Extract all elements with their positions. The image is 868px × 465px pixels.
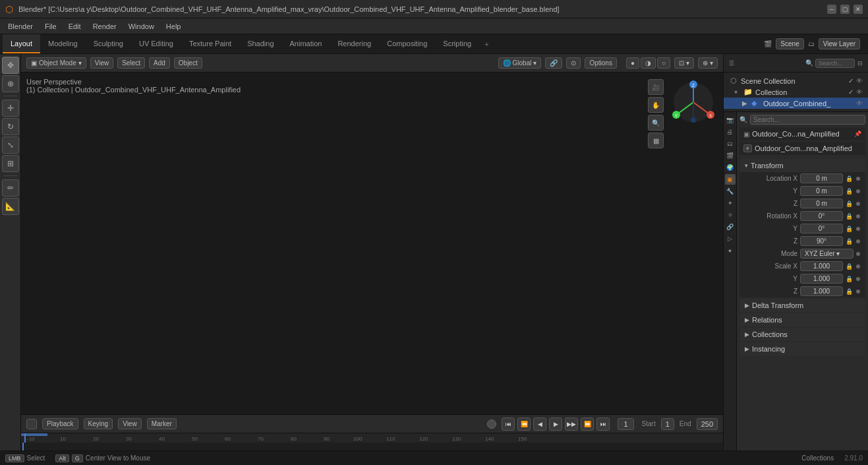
scene-collection-eye-icon[interactable]: 👁	[856, 77, 863, 84]
constraints-props-icon[interactable]: 🔗	[725, 222, 736, 232]
object-data-dropdown[interactable]: ▾	[743, 144, 752, 152]
scale-z-lock-icon[interactable]: 🔒	[846, 288, 854, 295]
pin-icon[interactable]: 📌	[854, 131, 861, 137]
physics-props-icon[interactable]: ⚛	[725, 210, 736, 220]
navigation-gizmo[interactable]: Z X Y	[670, 79, 716, 125]
scene-collection-checkmark-icon[interactable]: ✓	[848, 77, 854, 84]
view-menu[interactable]: View	[90, 57, 114, 69]
tab-uv-editing[interactable]: UV Editing	[131, 34, 181, 53]
world-props-icon[interactable]: 🌍	[725, 162, 736, 173]
cursor-tool-button[interactable]: ⊕	[2, 75, 19, 92]
rotation-mode-dropdown[interactable]: XYZ Euler ▾	[800, 249, 854, 259]
scale-z-value[interactable]: 1.000	[800, 286, 843, 296]
select-tool-button[interactable]: ✥	[2, 57, 19, 74]
tab-texture-paint[interactable]: Texture Paint	[181, 34, 239, 53]
view-layer-selector[interactable]: View Layer	[819, 38, 860, 49]
scene-collection-item[interactable]: ⬡ Scene Collection ✓ 👁	[724, 75, 868, 86]
location-x-value[interactable]: 0 m	[800, 173, 843, 183]
timeline-menu-icon[interactable]	[26, 419, 37, 429]
menu-window[interactable]: Window	[123, 21, 159, 32]
play-button[interactable]: ▶	[549, 418, 562, 431]
tab-sculpting[interactable]: Sculpting	[86, 34, 131, 53]
transform-selector[interactable]: 🌐 Global ▾	[498, 57, 542, 69]
rotation-x-value[interactable]: 0°	[800, 211, 843, 221]
gizmo-button[interactable]: ⊕ ▾	[698, 57, 718, 69]
add-workspace-button[interactable]: +	[479, 34, 494, 53]
scene-props-icon[interactable]: 🎬	[725, 150, 736, 161]
timeline-track[interactable]: -10 10 20 30 40 50 60 70 80 90 100 110 1…	[21, 433, 723, 450]
location-z-value[interactable]: 0 m	[800, 199, 843, 208]
end-frame-input[interactable]: 250	[697, 418, 718, 430]
options-button[interactable]: Options	[585, 57, 616, 69]
keying-menu[interactable]: Keying	[84, 418, 113, 429]
jump-start-button[interactable]: ⏮	[502, 418, 515, 431]
location-y-lock-icon[interactable]: 🔒	[846, 188, 854, 195]
play-back-button[interactable]: ◀	[533, 418, 546, 431]
menu-render[interactable]: Render	[88, 21, 122, 32]
rotation-z-value[interactable]: 90°	[800, 236, 843, 246]
mode-selector[interactable]: ▣ Object Mode ▾	[26, 57, 86, 69]
scale-y-value[interactable]: 1.000	[800, 274, 843, 284]
menu-edit[interactable]: Edit	[63, 21, 86, 32]
tab-animation[interactable]: Animation	[282, 34, 330, 53]
location-x-lock-icon[interactable]: 🔒	[846, 175, 854, 182]
object-menu[interactable]: Object	[174, 57, 202, 69]
annotate-tool-button[interactable]: ✏	[2, 179, 19, 197]
scene-selector[interactable]: Scene	[776, 38, 803, 49]
grid-view-icon[interactable]: ▦	[648, 133, 664, 148]
output-props-icon[interactable]: 🖨	[725, 127, 736, 137]
close-button[interactable]: ✕	[854, 5, 863, 14]
next-frame-button[interactable]: ⏩	[581, 418, 594, 431]
ruler-tool-button[interactable]: 📐	[2, 198, 19, 215]
collection-eye-icon[interactable]: 👁	[856, 88, 863, 96]
playback-menu[interactable]: Playback	[42, 418, 78, 429]
jump-end-button[interactable]: ⏭	[596, 418, 610, 431]
tab-shading[interactable]: Shading	[239, 34, 281, 53]
scale-tool-button[interactable]: ⤡	[2, 137, 19, 154]
tab-rendering[interactable]: Rendering	[330, 34, 379, 53]
collections-header[interactable]: ▶ Collections	[739, 328, 865, 341]
marker-menu[interactable]: Marker	[147, 418, 177, 429]
render-props-icon[interactable]: 📷	[725, 115, 736, 125]
tab-layout[interactable]: Layout	[3, 34, 40, 53]
solid-shading-button[interactable]: ●	[626, 57, 639, 69]
tab-modeling[interactable]: Modeling	[40, 34, 86, 53]
pan-icon[interactable]: ✋	[648, 97, 664, 113]
view-menu-timeline[interactable]: View	[118, 418, 142, 429]
record-button[interactable]	[487, 419, 496, 429]
menu-help[interactable]: Help	[161, 21, 187, 32]
rotation-z-lock-icon[interactable]: 🔒	[846, 238, 854, 245]
scale-x-value[interactable]: 1.000	[800, 261, 843, 271]
scale-y-lock-icon[interactable]: 🔒	[846, 276, 854, 282]
snap-button[interactable]: 🔗	[545, 57, 562, 69]
transform-tool-button[interactable]: ⊞	[2, 155, 19, 172]
title-bar-controls[interactable]: ─ ▢ ✕	[827, 5, 863, 14]
viewport-canvas[interactable]: User Perspective (1) Collection | Outdoo…	[21, 73, 723, 414]
camera-view-icon[interactable]: 🎥	[648, 79, 664, 95]
delta-transform-header[interactable]: ▶ Delta Transform	[739, 299, 865, 312]
props-search-input[interactable]	[750, 115, 865, 125]
move-tool-button[interactable]: ✛	[2, 100, 19, 117]
rotation-x-lock-icon[interactable]: 🔒	[846, 213, 854, 220]
add-menu[interactable]: Add	[149, 57, 170, 69]
overlay-button[interactable]: ⊡ ▾	[674, 57, 694, 69]
location-y-value[interactable]: 0 m	[800, 186, 843, 196]
material-shading-button[interactable]: ◑	[641, 57, 656, 69]
rotation-y-value[interactable]: 0°	[800, 224, 843, 233]
instancing-header[interactable]: ▶ Instancing	[739, 342, 865, 356]
select-menu[interactable]: Select	[117, 57, 145, 69]
minimize-button[interactable]: ─	[827, 5, 836, 14]
view-layer-props-icon[interactable]: 🗂	[725, 139, 736, 149]
item-eye-icon[interactable]: 👁	[856, 100, 863, 107]
collection-item[interactable]: ▾ 📁 Collection ✓ 👁	[724, 86, 868, 98]
data-props-icon[interactable]: ▷	[725, 233, 736, 244]
outliner-filter-icon[interactable]: ⊟	[857, 60, 863, 67]
particles-props-icon[interactable]: ✦	[725, 198, 736, 208]
outliner-search-input[interactable]	[815, 59, 855, 68]
play-forward-button[interactable]: ▶▶	[565, 418, 578, 431]
object-props-icon[interactable]: ▣	[725, 174, 736, 185]
tab-compositing[interactable]: Compositing	[379, 34, 435, 53]
outliner-menu-icon[interactable]: ☰	[729, 60, 734, 67]
current-frame-display[interactable]: 1	[618, 418, 633, 430]
zoom-icon[interactable]: 🔍	[648, 115, 664, 131]
